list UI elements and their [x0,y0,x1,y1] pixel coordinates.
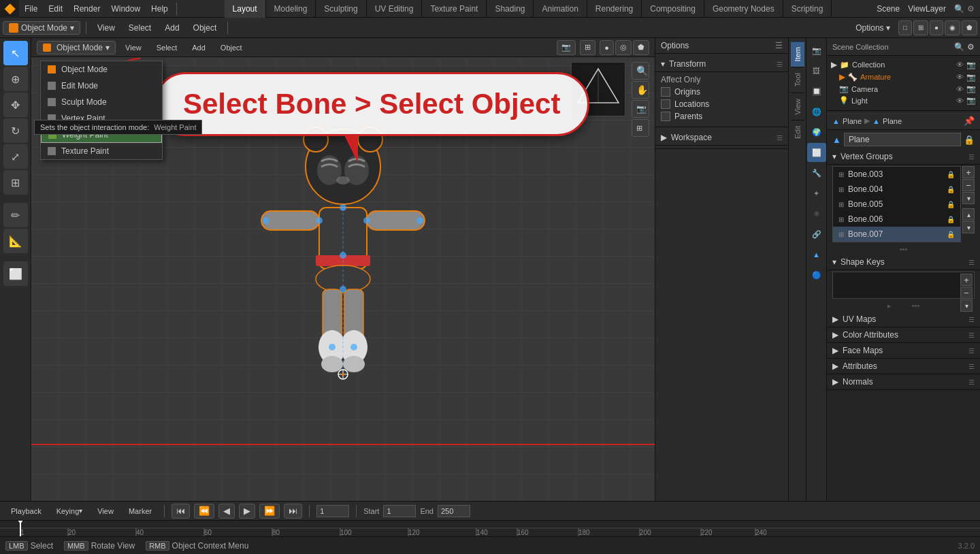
armature-vis-icon[interactable]: 👁 [956,73,964,81]
tool-move[interactable]: ✥ [3,93,28,117]
tab-rendering[interactable]: Rendering [587,0,642,18]
pin-icon[interactable]: 📌 [964,116,975,126]
attr-menu-icon[interactable]: ☰ [968,363,975,370]
viewport-solid-icon[interactable]: ● [930,20,943,35]
keying-menu[interactable]: Keying ▾ [51,504,88,519]
viewport-material-icon[interactable]: ◉ [945,20,960,35]
locations-row[interactable]: Locations [655,98,788,110]
props-data-icon[interactable]: ▲ [807,245,826,264]
menu-render[interactable]: Render [68,0,105,18]
tab-edit[interactable]: Edit [791,120,804,144]
play-btn[interactable]: ▶ [239,504,255,519]
bone-005-row[interactable]: ⊞ Bone.005 🔒 [833,197,960,212]
collection-vis-icon[interactable]: 👁 [956,61,964,69]
viewport-rendered-icon[interactable]: ⬟ [962,20,977,35]
props-particles-icon[interactable]: ✦ [807,184,826,203]
menu-file[interactable]: File [19,0,43,18]
menu-edit[interactable]: Edit [43,0,68,18]
tool-measure[interactable]: 📐 [3,229,28,253]
tab-geometry-nodes[interactable]: Geometry Nodes [704,0,783,18]
grab-icon[interactable]: ✋ [632,81,649,99]
sk-add-btn[interactable]: + [960,274,973,286]
plane-name-input[interactable] [844,133,961,146]
playback-menu[interactable]: Playback [5,504,47,519]
vg-down-arrow-btn[interactable]: ▾ [962,221,975,233]
vg-add-btn[interactable]: + [962,166,975,178]
object-menu[interactable]: Object [188,20,223,36]
select-box-icon[interactable]: ⊞ [632,119,649,137]
tab-compositing[interactable]: Compositing [642,0,704,18]
mode-selector[interactable]: Object Mode ▾ [3,21,80,35]
tree-collection[interactable]: ▶ 📁 Collection 👁 📷 [827,59,980,71]
origins-checkbox[interactable] [661,87,670,97]
current-frame-input[interactable] [316,505,349,517]
search-icon[interactable]: 🔍 [954,4,964,14]
props-view-layer-icon[interactable]: 🔲 [807,82,826,101]
dropdown-object-mode[interactable]: Object Mode [41,61,162,78]
start-frame-input[interactable] [383,505,416,517]
bone-003-row[interactable]: ⊞ Bone.003 🔒 [833,167,960,182]
tab-texture-paint[interactable]: Texture Paint [422,0,487,18]
attributes-header[interactable]: ▶ Attributes ☰ [827,359,980,374]
uv-menu-icon[interactable]: ☰ [968,316,975,323]
workspace-menu-icon[interactable]: ☰ [777,134,783,142]
tree-light[interactable]: 💡 Light 👁 📷 [827,95,980,106]
bone-006-row[interactable]: ⊞ Bone.006 🔒 [833,212,960,227]
tool-transform[interactable]: ⊞ [3,170,28,195]
vertex-groups-header[interactable]: ▾ Vertex Groups ☰ [827,149,980,165]
props-material-icon[interactable]: 🔵 [807,265,826,284]
dropdown-edit-mode[interactable]: Edit Mode [41,78,162,94]
uv-maps-header[interactable]: ▶ UV Maps ☰ [827,312,980,327]
vp-object-menu[interactable]: Object [215,40,248,55]
tree-armature[interactable]: ▶ 🦴 Armature 👁 📷 [827,71,980,83]
camera-nav-icon[interactable]: 📷 [632,100,649,118]
workspace-header[interactable]: ▶ Workspace ☰ [655,130,788,146]
face-maps-header[interactable]: ▶ Face Maps ☰ [827,343,980,359]
options-btn[interactable]: Options ▾ [850,20,896,36]
normals-menu-icon[interactable]: ☰ [968,378,975,386]
vg-menu-icon[interactable]: ☰ [968,153,975,161]
tool-rotate[interactable]: ↻ [3,118,28,143]
camera-render-icon[interactable]: 📷 [966,84,976,93]
select-menu[interactable]: Select [123,20,157,36]
tab-item[interactable]: Item [791,41,804,67]
props-scene-icon[interactable]: 🌐 [807,102,826,121]
vg-remove-btn[interactable]: − [962,179,975,191]
tool-select[interactable]: ↖ [3,41,28,65]
color-attributes-header[interactable]: ▶ Color Attributes ☰ [827,327,980,343]
fm-menu-icon[interactable]: ☰ [968,347,975,355]
tree-camera[interactable]: 📷 Camera 👁 📷 [827,83,980,95]
props-physics-icon[interactable]: ⚛ [807,204,826,223]
origins-row[interactable]: Origins [655,86,788,98]
props-world-icon[interactable]: 🌍 [807,123,826,142]
zoom-in-icon[interactable]: 🔍 [632,62,649,80]
normals-header[interactable]: ▶ Normals ☰ [827,374,980,390]
tab-animation[interactable]: Animation [534,0,587,18]
props-output-icon[interactable]: 🖼 [807,61,826,80]
outliner-filter-icon[interactable]: ⚙ [967,42,975,52]
vp-add-menu[interactable]: Add [186,40,211,55]
collection-render-icon[interactable]: 📷 [966,61,976,69]
bone-007-row[interactable]: ⊞ Bone.007 🔒 [833,227,960,242]
tab-shading[interactable]: Shading [487,0,534,18]
play-back-btn[interactable]: ◀ [218,504,235,519]
next-frame-btn[interactable]: ⏩ [259,504,280,519]
ca-menu-icon[interactable]: ☰ [968,331,975,339]
armature-render-icon[interactable]: 📷 [966,73,976,82]
tab-modeling[interactable]: Modeling [266,0,316,18]
vp-camera-icon[interactable]: 📷 [557,40,576,55]
viewport-select-icon[interactable]: □ [898,20,912,35]
bone-004-row[interactable]: ⊞ Bone.004 🔒 [833,182,960,197]
prev-frame-btn[interactable]: ⏪ [194,504,214,519]
sk-expand-btn[interactable]: ▾ [960,299,973,312]
parents-row[interactable]: Parents [655,110,788,123]
props-render-icon[interactable]: 📷 [807,41,826,60]
tab-tool[interactable]: Tool [791,67,804,92]
viewport[interactable]: Object Mode ▾ Object Mode Edit Mode [31,38,655,501]
options-menu-icon[interactable]: ☰ [775,41,783,50]
locations-checkbox[interactable] [661,99,670,109]
vp-render-btn[interactable]: ⬟ [633,40,649,55]
timeline-ruler[interactable]: 1 20 40 60 80 100 120 140 160 180 [0,521,980,536]
tab-view[interactable]: View [791,93,804,120]
viewport-wireframe-icon[interactable]: ⊞ [913,20,928,35]
